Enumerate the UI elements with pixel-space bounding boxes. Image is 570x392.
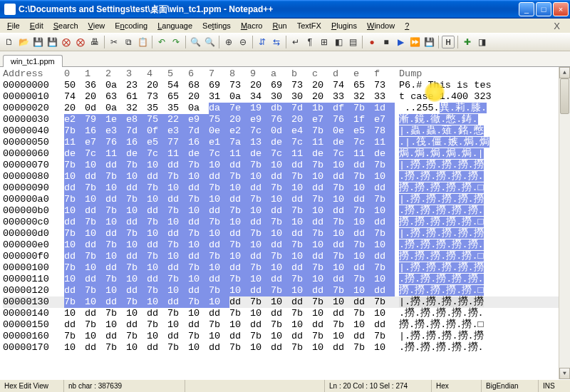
- stop-macro-icon[interactable]: ■: [380, 36, 393, 48]
- hex-row[interactable]: 0000000050360a23205468697320697320746573…: [3, 80, 570, 91]
- hex-row[interactable]: 000000407b16e37d0fe37d0ee27c0de47b0ee578…: [3, 125, 570, 137]
- hex-byte[interactable]: dd: [229, 296, 250, 308]
- menu-encoding[interactable]: Encoding: [110, 21, 152, 31]
- hex-byte[interactable]: dd: [271, 308, 291, 319]
- hex-byte[interactable]: 7c: [85, 148, 105, 160]
- play-multi-icon[interactable]: ⏩: [408, 36, 421, 48]
- hex-byte[interactable]: 10: [167, 251, 188, 262]
- plugin-icon[interactable]: ✚: [461, 36, 474, 48]
- minimize-button[interactable]: _: [519, 2, 534, 16]
- hex-byte[interactable]: 7b: [291, 205, 312, 217]
- hex-byte[interactable]: 7b: [126, 228, 147, 239]
- hex-row[interactable]: 00000120dd7b10dd7b10dd7b10dd7b10dd7b10dd…: [3, 285, 570, 296]
- find-icon[interactable]: 🔍: [189, 36, 202, 48]
- hex-byte[interactable]: 7b: [229, 342, 250, 354]
- hex-row[interactable]: 000000b010dd7b10dd7b10dd7b10dd7b10dd7b10…: [3, 205, 570, 217]
- hex-byte[interactable]: 30: [291, 91, 312, 103]
- hex-row[interactable]: 0000008010dd7b10dd7b10dd7b10dd7b10dd7b10…: [3, 171, 570, 182]
- menu-edit[interactable]: Edit: [26, 21, 48, 31]
- hex-byte[interactable]: 10: [333, 160, 353, 171]
- hex-bytes[interactable]: 10dd7b10dd7b10dd7b10dd7b10dd7b10: [64, 205, 399, 217]
- maximize-button[interactable]: □: [536, 2, 551, 16]
- hex-byte[interactable]: 10: [271, 331, 291, 342]
- hex-byte[interactable]: 7c: [209, 148, 229, 160]
- cut-icon[interactable]: ✂: [108, 36, 120, 48]
- hex-row[interactable]: 00000060de7c11de7c11de7c11de7c11de7c11de…: [3, 148, 570, 160]
- hex-byte[interactable]: dd: [333, 171, 353, 182]
- menu-search[interactable]: Search: [49, 21, 83, 31]
- hex-byte[interactable]: 68: [188, 80, 209, 91]
- hex-byte[interactable]: dd: [229, 194, 250, 205]
- hex-byte[interactable]: 7b: [85, 285, 105, 296]
- hex-dump[interactable]: 撈.撈.撈.撈.撈.□: [399, 285, 570, 296]
- hex-byte[interactable]: dd: [188, 251, 209, 262]
- hex-byte[interactable]: 7b: [64, 262, 85, 274]
- hex-dump[interactable]: |.撈.撈.撈.撈.撈: [399, 160, 570, 171]
- hex-byte[interactable]: 7b: [85, 251, 105, 262]
- hex-byte[interactable]: 10: [209, 160, 229, 171]
- hex-byte[interactable]: 10: [64, 342, 85, 354]
- hex-bytes[interactable]: 10dd7b10dd7b10dd7b10dd7b10dd7b10: [64, 239, 399, 251]
- hex-dump[interactable]: 撈.撈.撈.撈.撈.□: [399, 251, 570, 262]
- hex-byte[interactable]: 7b: [229, 239, 250, 251]
- hex-dump[interactable]: .撈.撈.撈.撈.撈.: [399, 239, 570, 251]
- hex-byte[interactable]: dd: [250, 217, 271, 228]
- hex-bytes[interactable]: 200d0a3235350ada7e19db7d1bdf7b1d: [64, 103, 399, 114]
- hex-byte[interactable]: 7b: [64, 228, 85, 239]
- hex-byte[interactable]: 10: [64, 171, 85, 182]
- zoom-out-icon[interactable]: ⊖: [237, 36, 249, 48]
- hex-byte[interactable]: 10: [64, 205, 85, 217]
- hex-byte[interactable]: 10: [126, 342, 147, 354]
- hex-byte[interactable]: dd: [271, 342, 291, 354]
- hex-dump[interactable]: |.撈.撈.撈.撈.撈: [399, 262, 570, 274]
- record-macro-icon[interactable]: ●: [366, 36, 378, 48]
- hex-byte[interactable]: e5: [353, 125, 374, 137]
- hex-byte[interactable]: 30: [271, 91, 291, 103]
- sync-v-icon[interactable]: ⇵: [256, 36, 269, 48]
- hex-byte[interactable]: e4: [291, 125, 312, 137]
- hex-byte[interactable]: 10: [374, 239, 395, 251]
- hex-byte[interactable]: 10: [188, 205, 209, 217]
- hex-byte[interactable]: 7b: [209, 251, 229, 262]
- hex-byte[interactable]: 10: [167, 182, 188, 194]
- hex-dump[interactable]: |.蟲.蟲.薙.銘.憋: [399, 125, 570, 137]
- hex-byte[interactable]: dd: [333, 239, 353, 251]
- hex-byte[interactable]: 7b: [188, 296, 209, 308]
- hex-byte[interactable]: de: [271, 137, 291, 148]
- hex-byte[interactable]: 10: [209, 331, 229, 342]
- hex-byte[interactable]: 16: [85, 125, 105, 137]
- hex-byte[interactable]: dd: [105, 228, 126, 239]
- hex-byte[interactable]: 7b: [229, 308, 250, 319]
- hex-byte[interactable]: dd: [209, 274, 229, 285]
- hex-bytes[interactable]: e2791ee87522e97520e97620e7761fe7: [64, 114, 399, 125]
- hex-byte[interactable]: 35: [167, 103, 188, 114]
- hex-byte[interactable]: 10: [250, 205, 271, 217]
- hex-byte[interactable]: 65: [167, 91, 188, 103]
- hex-byte[interactable]: dd: [147, 342, 167, 354]
- hex-byte[interactable]: dd: [333, 308, 353, 319]
- hex-row[interactable]: 000000e010dd7b10dd7b10dd7b10dd7b10dd7b10…: [3, 239, 570, 251]
- hex-byte[interactable]: 10: [312, 171, 333, 182]
- hex-byte[interactable]: dd: [147, 239, 167, 251]
- hex-byte[interactable]: 10: [126, 205, 147, 217]
- hex-byte[interactable]: 79: [85, 114, 105, 125]
- hex-byte[interactable]: 10: [64, 308, 85, 319]
- hex-byte[interactable]: e2: [64, 114, 85, 125]
- hex-byte[interactable]: 7b: [353, 205, 374, 217]
- hex-byte[interactable]: 7b: [105, 342, 126, 354]
- hex-byte[interactable]: 32: [126, 103, 147, 114]
- hex-bytes[interactable]: dd7b10dd7b10dd7b10dd7b10dd7b10dd: [64, 285, 399, 296]
- hex-byte[interactable]: 10: [250, 342, 271, 354]
- hex-bytes[interactable]: 10dd7b10dd7b10dd7b10dd7b10dd7b10: [64, 274, 399, 285]
- hex-byte[interactable]: dd: [312, 285, 333, 296]
- hex-byte[interactable]: 10: [374, 274, 395, 285]
- hex-byte[interactable]: dd: [271, 274, 291, 285]
- hex-byte[interactable]: 10: [85, 160, 105, 171]
- hex-byte[interactable]: 10: [209, 228, 229, 239]
- hex-row[interactable]: 000000d07b10dd7b10dd7b10dd7b10dd7b10dd7b…: [3, 228, 570, 239]
- hex-bytes[interactable]: 7b10dd7b10dd7b10dd7b10dd7b10dd7b: [64, 331, 399, 342]
- hex-byte[interactable]: 0d: [85, 103, 105, 114]
- hex-byte[interactable]: dd: [167, 160, 188, 171]
- hex-byte[interactable]: 10: [188, 239, 209, 251]
- hex-byte[interactable]: 10: [374, 308, 395, 319]
